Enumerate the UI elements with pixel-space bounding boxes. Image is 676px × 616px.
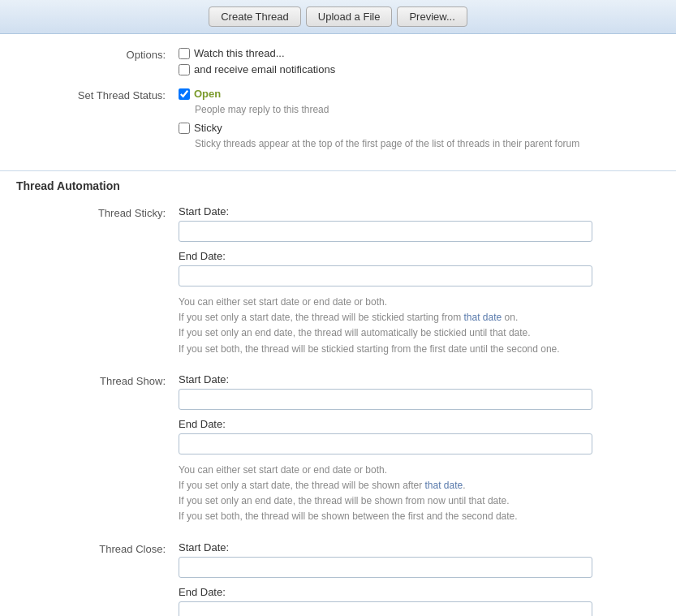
email-notify-label[interactable]: and receive email notifications: [194, 63, 335, 75]
sticky-checkbox[interactable]: [179, 123, 190, 134]
thread-show-label: Thread Show:: [16, 373, 179, 387]
sticky-info-line3: If you set only an end date, the thread …: [179, 325, 660, 341]
close-start-date-label: Start Date:: [179, 541, 660, 554]
create-thread-button[interactable]: Create Thread: [209, 6, 301, 27]
show-start-date-input[interactable]: [179, 389, 592, 410]
show-info-line4: If you set both, the thread will be show…: [179, 509, 660, 524]
options-content: Watch this thread... and receive email n…: [179, 47, 660, 80]
sticky-label[interactable]: Sticky: [194, 122, 222, 134]
thread-status-label: Set Thread Status:: [16, 88, 179, 101]
thread-sticky-row: Thread Sticky: Start Date: End Date: You…: [16, 205, 660, 357]
open-row: Open: [179, 88, 660, 100]
sticky-info-line1: You can either set start date or end dat…: [179, 295, 660, 310]
thread-show-content: Start Date: End Date: You can either set…: [179, 373, 660, 525]
open-checkbox[interactable]: [179, 88, 190, 100]
sticky-row: Sticky: [179, 122, 660, 134]
close-end-date-input[interactable]: [179, 601, 592, 617]
sticky-info-line2: If you set only a start date, the thread…: [179, 310, 660, 325]
show-info-line3: If you set only an end date, the thread …: [179, 493, 660, 509]
thread-sticky-content: Start Date: End Date: You can either set…: [179, 205, 660, 357]
show-info-line2: If you set only a start date, the thread…: [179, 478, 660, 493]
show-info: You can either set start date or end dat…: [179, 463, 660, 525]
open-help-text: People may reply to this thread: [195, 104, 660, 115]
sticky-end-date-label: End Date:: [179, 250, 660, 262]
upload-file-button[interactable]: Upload a File: [306, 6, 393, 27]
sticky-end-date-input[interactable]: [179, 265, 592, 286]
watch-thread-label[interactable]: Watch this thread...: [194, 47, 285, 59]
thread-close-row: Thread Close: Start Date: End Date: Bloc…: [16, 541, 660, 617]
sticky-info: You can either set start date or end dat…: [179, 295, 660, 357]
show-start-date-label: Start Date:: [179, 373, 660, 386]
options-section: Options: Watch this thread... and receiv…: [0, 34, 676, 170]
sticky-start-date-input[interactable]: [179, 221, 592, 242]
thread-status-content: Open People may reply to this thread Sti…: [179, 88, 660, 149]
toolbar: Create Thread Upload a File Preview...: [0, 0, 676, 34]
thread-automation-heading: Thread Automation: [0, 170, 676, 197]
show-end-date-input[interactable]: [179, 433, 592, 454]
automation-section: Thread Sticky: Start Date: End Date: You…: [0, 197, 676, 616]
watch-thread-row: Watch this thread...: [179, 47, 660, 59]
email-notify-row: and receive email notifications: [179, 63, 660, 75]
sticky-info-line4: If you set both, the thread will be stic…: [179, 342, 660, 357]
options-label: Options:: [16, 47, 179, 61]
thread-close-content: Start Date: End Date: Block edit while t…: [179, 541, 660, 617]
options-row: Options: Watch this thread... and receiv…: [16, 47, 660, 80]
show-info-line1: You can either set start date or end dat…: [179, 463, 660, 478]
preview-button[interactable]: Preview...: [397, 6, 467, 27]
open-label[interactable]: Open: [194, 88, 221, 100]
thread-sticky-label: Thread Sticky:: [16, 205, 179, 219]
thread-close-label: Thread Close:: [16, 541, 179, 555]
watch-thread-checkbox[interactable]: [179, 48, 190, 59]
sticky-help-text: Sticky threads appear at the top of the …: [195, 138, 660, 149]
close-start-date-input[interactable]: [179, 557, 592, 578]
close-end-date-label: End Date:: [179, 586, 660, 598]
thread-show-row: Thread Show: Start Date: End Date: You c…: [16, 373, 660, 525]
thread-status-row: Set Thread Status: Open People may reply…: [16, 88, 660, 149]
sticky-start-date-label: Start Date:: [179, 205, 660, 218]
show-end-date-label: End Date:: [179, 418, 660, 430]
email-notify-checkbox[interactable]: [179, 64, 190, 75]
